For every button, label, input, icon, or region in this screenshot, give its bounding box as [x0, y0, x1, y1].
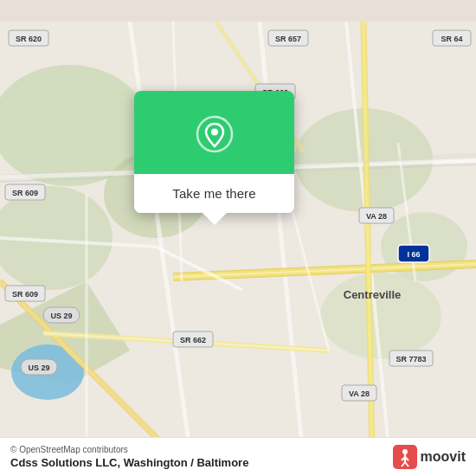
map-attribution: © OpenStreetMap contributors [10, 445, 248, 454]
popup-card: Take me there [134, 91, 294, 213]
business-name: Cdss Solutions LLC, Washington / Baltimo… [10, 456, 248, 469]
svg-point-45 [211, 129, 218, 136]
va28-top-label: VA 28 [366, 212, 387, 221]
i66-label: I 66 [407, 250, 420, 259]
us29-bottom-label: US 29 [28, 363, 49, 372]
sr64x-label: SR 64 [441, 35, 462, 43]
map-background: SR 620 SR 657 SR 662 SR 64 SR 609 SR 609… [0, 0, 476, 476]
moovit-brand-text: moovit [421, 449, 466, 465]
moovit-icon [393, 445, 417, 469]
va28-bottom-label: VA 28 [349, 389, 370, 398]
centreville-label: Centreville [344, 288, 401, 301]
take-me-there-button[interactable]: Take me there [134, 174, 294, 213]
popup-header [134, 91, 294, 174]
svg-point-47 [402, 449, 408, 454]
sr620-label: SR 620 [16, 35, 42, 43]
sr609-bottom-label: SR 609 [12, 290, 38, 299]
sr657-label: SR 657 [275, 35, 301, 43]
sr662-bottom-label: SR 662 [180, 336, 206, 344]
sr609-left-label: SR 609 [12, 189, 38, 197]
sr7783-label: SR 7783 [396, 355, 426, 363]
bottom-left-info: © OpenStreetMap contributors Cdss Soluti… [10, 445, 248, 469]
us29-top-label: US 29 [50, 312, 72, 320]
svg-point-7 [320, 273, 441, 359]
moovit-logo: moovit [393, 445, 466, 469]
bottom-bar: © OpenStreetMap contributors Cdss Soluti… [0, 437, 476, 476]
location-pin-icon [196, 115, 234, 153]
map-container: SR 620 SR 657 SR 662 SR 64 SR 609 SR 609… [0, 0, 476, 476]
